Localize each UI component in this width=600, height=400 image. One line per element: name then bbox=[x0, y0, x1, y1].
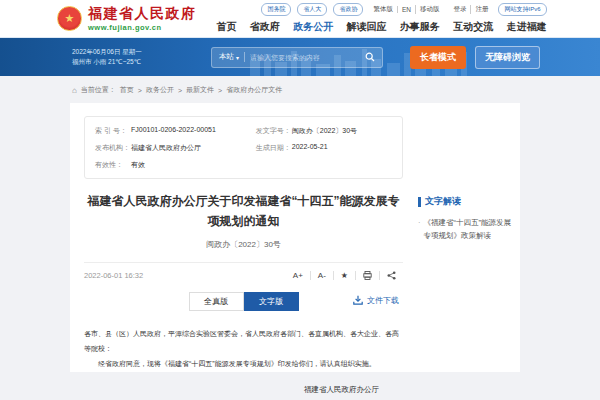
field-label: 发文字号： bbox=[256, 126, 292, 136]
nav-home[interactable]: 首页 bbox=[217, 20, 237, 34]
breadcrumb-latest-docs[interactable]: 最新文件 bbox=[186, 85, 214, 95]
field-label: 发布机构： bbox=[95, 143, 131, 153]
site-header: ★ 福建省人民政府 www.fujian.gov.cn 国务院 省人大 省政协 … bbox=[0, 0, 600, 38]
bullet-icon: · bbox=[418, 216, 421, 242]
font-smaller-button[interactable]: A- bbox=[310, 271, 333, 280]
page-content: ⌂ 当前位置： 首页 > 政务公开 > 最新文件 > 省政府办公厅文件 索 引 … bbox=[0, 76, 600, 372]
site-title: 福建省人民政府 bbox=[88, 5, 197, 23]
article-paragraph: 经省政府同意，现将《福建省“十四五”能源发展专项规划》印发给你们，请认真组织实施… bbox=[84, 356, 403, 371]
field-index-number: 索 引 号： FJ00101-0206-2022-00051 bbox=[95, 126, 256, 136]
blue-toolbar: 2022年06月06日 星期一 福州市 小雨 21℃~25℃ 本站 ▾ 长者模式… bbox=[0, 38, 600, 76]
article-paragraph: 各市、县（区）人民政府，平潭综合实验区管委会，省人民政府各部门、各直属机构、各大… bbox=[84, 326, 403, 357]
sidebar-item-policy-interpretation[interactable]: · 《福建省“十四五”能源发展专项规划》政策解读 bbox=[418, 216, 512, 242]
document-main: 索 引 号： FJ00101-0206-2022-00051 发文字号： 闽政办… bbox=[70, 103, 416, 372]
nav-interpretation[interactable]: 解读回应 bbox=[346, 20, 386, 34]
search-icon[interactable] bbox=[365, 52, 375, 62]
site-logo[interactable]: ★ 福建省人民政府 www.fujian.gov.cn bbox=[57, 5, 197, 32]
sidebar-item-label: 《福建省“十四五”能源发展专项规划》政策解读 bbox=[424, 216, 513, 242]
document-card: 索 引 号： FJ00101-0206-2022-00051 发文字号： 闽政办… bbox=[70, 103, 520, 372]
date-weather: 2022年06月06日 星期一 福州市 小雨 21℃~25℃ bbox=[72, 47, 184, 68]
nav-about-fujian[interactable]: 走进福建 bbox=[506, 20, 546, 34]
national-emblem-icon: ★ bbox=[57, 6, 82, 31]
nav-interaction[interactable]: 互动交流 bbox=[453, 20, 493, 34]
elder-mode-button[interactable]: 长者模式 bbox=[410, 46, 466, 69]
download-label: 文件下载 bbox=[367, 295, 399, 306]
search-input[interactable] bbox=[250, 54, 360, 61]
search-scope-value: 本站 bbox=[219, 52, 234, 62]
current-date: 2022年06月06日 星期一 bbox=[72, 47, 184, 57]
favorite-star-icon[interactable]: ★ bbox=[333, 271, 355, 280]
breadcrumb-gov-affairs[interactable]: 政务公开 bbox=[146, 85, 174, 95]
field-label: 有效性： bbox=[95, 160, 131, 170]
breadcrumb-office-docs[interactable]: 省政府办公厅文件 bbox=[226, 85, 282, 95]
link-login[interactable]: 登录 bbox=[449, 5, 470, 14]
field-label: 索 引 号： bbox=[95, 126, 131, 136]
accent-bar bbox=[418, 197, 421, 207]
link-state-council[interactable]: 国务院 bbox=[261, 3, 291, 16]
link-traditional-chinese[interactable]: 繁体版 bbox=[369, 5, 397, 14]
file-download-link[interactable]: 文件下载 bbox=[353, 295, 399, 306]
weather-info: 福州市 小雨 21℃~25℃ bbox=[72, 57, 184, 67]
link-provincial-congress[interactable]: 省人大 bbox=[297, 3, 327, 16]
font-larger-button[interactable]: A+ bbox=[286, 271, 310, 280]
link-register[interactable]: 注册 bbox=[470, 5, 492, 14]
nav-government-affairs[interactable]: 政务公开 bbox=[293, 20, 333, 34]
home-icon: ⌂ bbox=[72, 86, 77, 95]
signature-agency: 福建省人民政府办公厅 bbox=[84, 381, 403, 399]
sidebar-title: 文字解读 bbox=[425, 195, 461, 208]
header-utility-row: 国务院 省人大 省政协 繁体版 EN 移动版 登录 注册 网站支持IPv6 bbox=[217, 3, 547, 16]
link-english[interactable]: EN bbox=[397, 6, 415, 13]
site-search[interactable]: 本站 ▾ bbox=[211, 47, 383, 68]
field-issue-date: 生成日期： 2022-05-21 bbox=[256, 143, 392, 153]
version-tabs-row: 全真版 文字版 文件下载 bbox=[84, 292, 403, 312]
main-nav: 首页 省政府 政务公开 解读回应 办事服务 互动交流 走进福建 bbox=[217, 20, 547, 34]
field-doc-number: 发文字号： 闽政办〔2022〕30号 bbox=[256, 126, 392, 136]
doc-info-table: 索 引 号： FJ00101-0206-2022-00051 发文字号： 闽政办… bbox=[84, 116, 403, 179]
field-value: 闽政办〔2022〕30号 bbox=[292, 126, 357, 136]
signature-block: 福建省人民政府办公厅 2022年5月21日 bbox=[84, 381, 403, 400]
link-cppcc[interactable]: 省政协 bbox=[333, 3, 363, 16]
article-tools: A+ A- ★ bbox=[286, 271, 403, 280]
accessibility-button[interactable]: 无障碍浏览 bbox=[475, 46, 540, 69]
field-value: 福建省人民政府办公厅 bbox=[131, 143, 201, 153]
breadcrumb-separator: > bbox=[218, 87, 222, 94]
doc-number: 闽政办〔2022〕30号 bbox=[84, 239, 403, 250]
print-icon[interactable] bbox=[355, 271, 379, 280]
sidebar-header: 文字解读 bbox=[418, 195, 512, 208]
search-divider bbox=[244, 52, 245, 62]
publish-time: 2022-06-01 16:32 bbox=[84, 271, 143, 280]
nav-services[interactable]: 办事服务 bbox=[400, 20, 440, 34]
link-mobile[interactable]: 移动版 bbox=[415, 5, 444, 14]
download-icon bbox=[353, 295, 363, 305]
field-validity: 有效性： 有效 bbox=[95, 160, 256, 170]
article-body: 各市、县（区）人民政府，平潭综合实验区管委会，省人民政府各部门、各直属机构、各大… bbox=[84, 326, 403, 372]
field-label: 生成日期： bbox=[256, 143, 292, 153]
ipv6-badge: 网站支持IPv6 bbox=[498, 3, 546, 16]
field-value: 2022-05-21 bbox=[292, 143, 328, 153]
breadcrumb-prefix: 当前位置： bbox=[81, 85, 116, 95]
tab-text-version[interactable]: 文字版 bbox=[244, 292, 299, 311]
field-value: FJ00101-0206-2022-00051 bbox=[131, 126, 216, 136]
tab-full-version[interactable]: 全真版 bbox=[189, 292, 244, 311]
page-title: 福建省人民政府办公厅关于印发福建省“十四五”能源发展专项规划的通知 bbox=[86, 192, 401, 232]
breadcrumb-home[interactable]: 首页 bbox=[120, 85, 134, 95]
breadcrumb-separator: > bbox=[138, 87, 142, 94]
breadcrumb-separator: > bbox=[178, 87, 182, 94]
field-value: 有效 bbox=[131, 160, 145, 170]
search-scope-select[interactable]: 本站 ▾ bbox=[219, 52, 239, 62]
article-meta-row: 2022-06-01 16:32 A+ A- ★ bbox=[84, 262, 403, 280]
chevron-down-icon: ▾ bbox=[236, 54, 239, 61]
site-url: www.fujian.gov.cn bbox=[88, 23, 197, 32]
interpretation-sidebar: 文字解读 · 《福建省“十四五”能源发展专项规划》政策解读 bbox=[416, 103, 520, 372]
field-issuing-agency: 发布机构： 福建省人民政府办公厅 bbox=[95, 143, 256, 153]
breadcrumb: ⌂ 当前位置： 首页 > 政务公开 > 最新文件 > 省政府办公厅文件 bbox=[72, 85, 600, 95]
nav-provincial-government[interactable]: 省政府 bbox=[250, 20, 280, 34]
share-icon[interactable] bbox=[379, 271, 403, 280]
